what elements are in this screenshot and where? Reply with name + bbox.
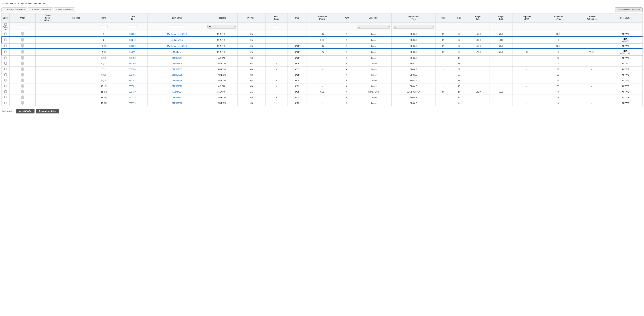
- last-name-cell[interactable]: CTR057912: [148, 100, 206, 106]
- row-checkbox[interactable]: [4, 102, 7, 104]
- offer-filter[interactable]: [19, 25, 26, 28]
- offer-circle[interactable]: [21, 90, 24, 94]
- tgln-link[interactable]: 650759: [129, 63, 136, 65]
- last-name-link[interactable]: Min Donor Height 160: [167, 33, 187, 35]
- last-name-cell[interactable]: Liver PED: [148, 89, 206, 95]
- listed-for-cell: Kidney: [356, 49, 392, 55]
- last-name-link[interactable]: CTR057928: [172, 85, 182, 87]
- row-checkbox[interactable]: [4, 90, 7, 93]
- last-name-cell[interactable]: CTR057806: [148, 61, 206, 66]
- make-offers-button[interactable]: Make Offer(s): [16, 109, 34, 113]
- listed-for-filter[interactable]: All: [357, 25, 390, 29]
- tgln-id-cell[interactable]: 650778: [117, 95, 148, 100]
- reg-type-filter[interactable]: All: [393, 25, 434, 29]
- tgln-id-cell[interactable]: 650758: [117, 55, 148, 61]
- last-name-cell[interactable]: CTR057908: [148, 72, 206, 78]
- last-name-link[interactable]: CTR057855: [172, 68, 182, 70]
- tab-backup-offer-history[interactable]: ↺ Backup Offer History: [28, 8, 53, 12]
- tgln-link[interactable]: 55624: [130, 51, 135, 53]
- tip-link[interactable]: #989878: [609, 40, 641, 42]
- last-name-cell[interactable]: Lindgren ALN: [148, 37, 206, 43]
- row-checkbox[interactable]: [4, 45, 7, 47]
- last-name-link[interactable]: CTR057912: [172, 102, 182, 104]
- last-name-link[interactable]: CTR057908: [172, 74, 182, 76]
- tgln-id-cell[interactable]: 650761: [117, 72, 148, 78]
- medstatus-filter[interactable]: [274, 25, 279, 28]
- tgln-id-cell[interactable]: 650730: [117, 89, 148, 95]
- tgln-link[interactable]: 650781: [129, 80, 136, 82]
- offer-circle[interactable]: [21, 38, 24, 42]
- tab-no-offer-history[interactable]: ↺ No Offer History: [54, 8, 75, 12]
- last-name-link[interactable]: CTR057806: [172, 63, 182, 65]
- row-checkbox[interactable]: [4, 79, 7, 82]
- row-checkbox[interactable]: [4, 68, 7, 70]
- tgln-id-cell[interactable]: 650302: [117, 31, 148, 37]
- tgln-link[interactable]: 650730: [129, 91, 136, 93]
- last-name-link[interactable]: Min Donor Height 160: [167, 45, 187, 47]
- tgln-link[interactable]: 650302: [129, 33, 136, 35]
- tgln-id-cell[interactable]: 650760: [117, 66, 148, 72]
- row-checkbox[interactable]: [4, 62, 7, 65]
- offer-circle[interactable]: [21, 96, 24, 99]
- tgln-link[interactable]: 650778: [129, 96, 136, 99]
- row-checkbox[interactable]: [4, 74, 7, 76]
- row-checkbox[interactable]: [4, 96, 7, 98]
- last-name-link[interactable]: McClure: [173, 51, 181, 53]
- rank-filter[interactable]: [100, 25, 108, 28]
- tgln-id-cell[interactable]: 55624: [117, 49, 148, 55]
- offer-circle[interactable]: [21, 101, 24, 105]
- tgln-link[interactable]: 650240: [129, 39, 136, 41]
- row-checkbox[interactable]: [4, 39, 7, 41]
- select-all-checkbox[interactable]: [3, 23, 8, 26]
- offer-circle[interactable]: [21, 67, 24, 71]
- offer-circle[interactable]: [21, 73, 24, 77]
- tgln-id-cell[interactable]: 650779: [117, 100, 148, 106]
- age-cell: 52: [451, 66, 467, 72]
- tgln-link[interactable]: 650782: [129, 85, 136, 87]
- offer-circle[interactable]: [21, 84, 24, 88]
- offer-circle[interactable]: [21, 56, 24, 60]
- last-name-cell[interactable]: McClure: [148, 49, 206, 55]
- offer-circle[interactable]: [21, 50, 24, 54]
- program-filter[interactable]: All: [208, 25, 236, 29]
- tgln-id-cell[interactable]: 650240: [117, 37, 148, 43]
- last-name-link[interactable]: CTR057797: [172, 57, 182, 59]
- last-name-cell[interactable]: CTR057797: [148, 55, 206, 61]
- last-name-cell[interactable]: Min Donor Height 160: [148, 43, 206, 49]
- row-checkbox[interactable]: [4, 33, 7, 35]
- last-name-cell[interactable]: CTR057918: [148, 78, 206, 83]
- show-excluded-button[interactable]: Show excluded recipients: [615, 8, 642, 12]
- discontinue-offer-button[interactable]: Discontinue Offer: [36, 109, 59, 113]
- offer-circle[interactable]: [21, 62, 24, 65]
- tgln-filter[interactable]: [128, 25, 137, 28]
- tgln-id-cell[interactable]: 650781: [117, 78, 148, 83]
- tgln-id-cell[interactable]: 650302: [117, 43, 148, 49]
- tgln-link[interactable]: 650760: [129, 68, 136, 70]
- last-name-cell[interactable]: CTR057911: [148, 95, 206, 100]
- last-name-link[interactable]: Liver PED: [172, 91, 182, 93]
- last-name-link[interactable]: Lindgren ALN: [171, 39, 183, 41]
- tgln-id-cell[interactable]: 650782: [117, 83, 148, 89]
- tab-primary-offer-history[interactable]: ↺ Primary Offer History: [2, 8, 27, 12]
- last-name-link[interactable]: CTR057918: [172, 80, 182, 82]
- tip-link[interactable]: #650311160: [609, 52, 641, 54]
- offer-circle[interactable]: [21, 79, 24, 82]
- row-checkbox[interactable]: [4, 85, 7, 87]
- last-name-link[interactable]: CTR057911: [172, 96, 182, 99]
- last-name-cell[interactable]: CTR057928: [148, 83, 206, 89]
- table-row: 5 (10)650758CTR057797AB CALABNIPOS-AKidn…: [2, 55, 642, 61]
- row-checkbox[interactable]: [4, 57, 7, 59]
- last-name-cell[interactable]: CTR057855: [148, 66, 206, 72]
- tgln-link[interactable]: 650302: [129, 45, 136, 47]
- tgln-link[interactable]: 650758: [129, 57, 136, 59]
- crossed-antibodies-cell: -: [575, 95, 608, 100]
- tgln-link[interactable]: 650779: [129, 102, 136, 104]
- organ-spec-cell: [36, 49, 60, 55]
- tgln-link[interactable]: 650761: [129, 74, 136, 76]
- last-name-cell[interactable]: Min Donor Height 160: [148, 31, 206, 37]
- row-checkbox[interactable]: [4, 51, 7, 53]
- tgln-id-cell[interactable]: 650759: [117, 61, 148, 66]
- lastname-filter[interactable]: [170, 25, 184, 28]
- offer-circle[interactable]: [21, 44, 24, 48]
- offer-circle[interactable]: [21, 32, 24, 36]
